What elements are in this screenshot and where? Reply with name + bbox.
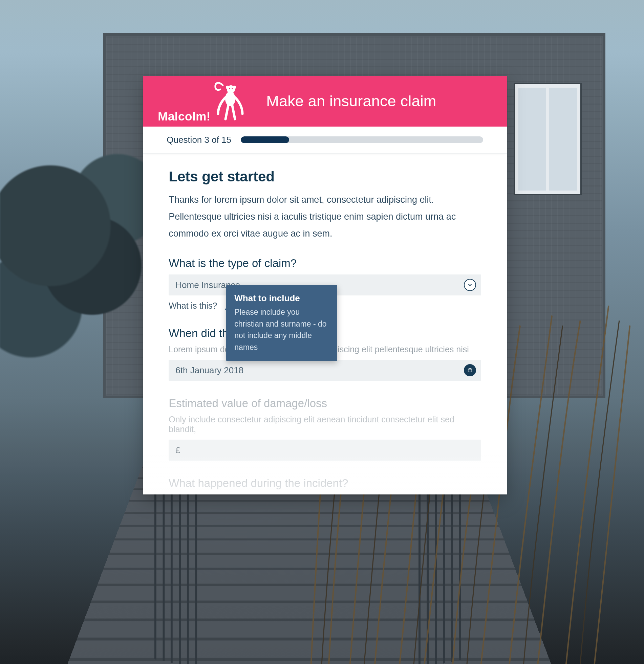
svg-point-3 bbox=[233, 86, 236, 89]
tooltip-body: Please include you christian and surname… bbox=[234, 306, 329, 353]
question-what-happened: What happened during the incident? bbox=[168, 477, 481, 490]
form-body: Lets get started Thanks for lorem ipsum … bbox=[143, 154, 507, 490]
svg-point-5 bbox=[232, 88, 233, 89]
form-title: Make an insurance claim bbox=[266, 92, 436, 110]
what-is-this-link[interactable]: What is this? bbox=[168, 301, 217, 311]
bg-window bbox=[515, 84, 580, 194]
page-intro: Thanks for lorem ipsum dolor sit amet, c… bbox=[168, 191, 474, 242]
question-help: Only include consectetur adipiscing elit… bbox=[168, 415, 481, 434]
progress-track bbox=[241, 137, 483, 143]
tooltip-title: What to include bbox=[234, 293, 329, 304]
question-label: What happened during the incident? bbox=[168, 477, 481, 490]
progress-label: Question 3 of 15 bbox=[166, 135, 231, 145]
page-title: Lets get started bbox=[168, 168, 481, 185]
progress-fill bbox=[241, 137, 289, 143]
form-header: Malcolm! bbox=[143, 76, 507, 127]
question-label: What is the type of claim? bbox=[168, 257, 481, 270]
svg-point-2 bbox=[226, 86, 229, 89]
question-damage-value: Estimated value of damage/loss Only incl… bbox=[168, 397, 481, 461]
question-claim-type: What is the type of claim? Home Insuranc… bbox=[168, 257, 481, 311]
bg-trees bbox=[0, 120, 167, 385]
svg-point-4 bbox=[229, 88, 230, 89]
tooltip: What to include Please include you chris… bbox=[226, 285, 337, 361]
calendar-icon[interactable] bbox=[464, 364, 477, 377]
damage-value-input[interactable]: £ bbox=[168, 440, 481, 461]
form-card: Malcolm! bbox=[143, 76, 507, 495]
svg-point-0 bbox=[225, 91, 235, 106]
incident-date-value: 6th January 2018 bbox=[175, 365, 243, 376]
incident-date-input[interactable]: 6th January 2018 bbox=[168, 360, 481, 381]
progress-bar-section: Question 3 of 15 bbox=[143, 127, 507, 154]
brand-name: Malcolm! bbox=[158, 110, 210, 123]
svg-rect-6 bbox=[468, 369, 472, 372]
question-label: Estimated value of damage/loss bbox=[168, 397, 481, 410]
currency-prefix: £ bbox=[175, 445, 180, 456]
brand: Malcolm! bbox=[158, 79, 253, 123]
chevron-down-icon[interactable] bbox=[464, 278, 477, 291]
monkey-icon bbox=[212, 79, 246, 123]
